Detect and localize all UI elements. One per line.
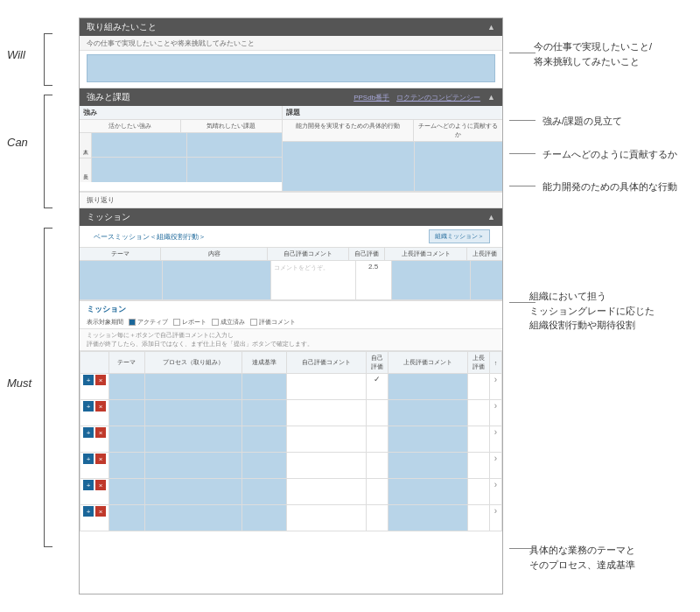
row5-theme[interactable] (109, 479, 145, 505)
row2-arrow[interactable]: › (490, 400, 502, 426)
row1-arrow[interactable]: › (490, 374, 502, 400)
row6-delete-btn[interactable]: × (95, 506, 106, 517)
will-expand-icon[interactable]: ▲ (487, 23, 495, 32)
row2-criteria[interactable] (242, 400, 286, 426)
row6-sup-comment[interactable] (388, 505, 467, 531)
row4-theme[interactable] (109, 453, 145, 479)
row6-theme[interactable] (109, 505, 145, 531)
can-expand-icon[interactable]: ▲ (487, 93, 495, 102)
row4-sup-eval[interactable] (468, 453, 490, 479)
strength-rows: 本人 上長 (80, 133, 282, 182)
bm-self-eval-cell[interactable]: 2.5 (356, 261, 392, 299)
row2-process[interactable] (144, 400, 242, 426)
eval-comment-checkbox[interactable] (250, 319, 257, 326)
action-col[interactable] (283, 142, 415, 191)
base-mission-link[interactable]: ベースミッション＜組織役割行動＞ (87, 230, 213, 243)
row3-self-comment[interactable] (286, 426, 366, 453)
row6-self-eval[interactable] (366, 505, 388, 531)
strength-col-headers: 活かしたい強み 気晴れしたい課題 (80, 120, 282, 133)
row3-process[interactable] (144, 426, 242, 453)
row2-actions: + × (80, 400, 109, 426)
row1-sup-comment[interactable] (388, 374, 467, 400)
mission-expand-icon[interactable]: ▲ (487, 213, 495, 222)
row5-delete-btn[interactable]: × (95, 480, 106, 490)
row3-expand-btn[interactable]: + (83, 427, 94, 438)
challenge-superior[interactable] (187, 158, 282, 182)
row6-arrow[interactable]: › (490, 505, 502, 531)
settled-checkbox[interactable] (212, 319, 219, 326)
can-header: 強みと課題 PPSdb番手 ロクテンのコンピテンシー ▲ (80, 88, 502, 106)
annotation-will: 今の仕事で実現したいこと/ 将来挑戦してみたいこと (534, 39, 691, 68)
row5-sup-comment[interactable] (388, 479, 467, 505)
row5-arrow[interactable]: › (490, 479, 502, 505)
filter-report[interactable]: レポート (173, 318, 206, 327)
active-checkbox[interactable] (129, 319, 136, 326)
row1-self-eval[interactable]: ✓ (366, 374, 388, 400)
row2-self-comment[interactable] (286, 400, 366, 426)
th-process: プロセス（取り組み） (144, 352, 242, 374)
mission-table-section: ミッション 表示対象期間 アクティブ レポート 成立済み (80, 301, 502, 535)
row6-expand-btn[interactable]: + (83, 506, 94, 517)
row3-self-eval[interactable] (366, 426, 388, 453)
row3-arrow[interactable]: › (490, 426, 502, 453)
strength-use-self[interactable] (92, 133, 187, 157)
row2-theme[interactable] (109, 400, 145, 426)
row2-delete-btn[interactable]: × (95, 401, 106, 412)
bm-theme-cell[interactable] (80, 261, 163, 299)
row4-delete-btn[interactable]: × (95, 454, 106, 464)
bm-sup-eval-cell[interactable] (471, 261, 502, 299)
ppsdb-link[interactable]: PPSdb番手 (354, 93, 389, 102)
row5-self-comment[interactable] (286, 479, 366, 505)
edit-mission-btn[interactable]: 組織ミッション＞ (429, 229, 490, 243)
team-col[interactable] (415, 142, 502, 191)
competency-link[interactable]: ロクテンのコンピテンシー (396, 93, 480, 102)
filter-settled[interactable]: 成立済み (212, 318, 245, 327)
row4-self-comment[interactable] (286, 453, 366, 479)
strength-use-superior[interactable] (92, 158, 187, 182)
row5-criteria[interactable] (242, 479, 286, 505)
row4-expand-btn[interactable]: + (83, 454, 94, 464)
base-mission-col-headers: テーマ 内容 自己評価コメント 自己評価 上長評価コメント 上長評価 (80, 247, 502, 261)
row3-delete-btn[interactable]: × (95, 427, 106, 438)
bm-self-comment-cell[interactable]: コメントをどうぞ。 (271, 261, 356, 299)
row2-sup-comment[interactable] (388, 400, 467, 426)
row4-arrow[interactable]: › (490, 453, 502, 479)
row5-process[interactable] (144, 479, 242, 505)
filter-eval-comment[interactable]: 評価コメント (250, 318, 296, 327)
row5-self-eval[interactable] (366, 479, 388, 505)
th-actions (80, 352, 109, 374)
row3-criteria[interactable] (242, 426, 286, 453)
row1-sup-eval[interactable] (468, 374, 490, 400)
row5-expand-btn[interactable]: + (83, 480, 94, 490)
row1-criteria[interactable] (242, 374, 286, 400)
report-checkbox[interactable] (173, 319, 180, 326)
row6-criteria[interactable] (242, 505, 286, 531)
row6-sup-eval[interactable] (468, 505, 490, 531)
row3-theme[interactable] (109, 426, 145, 453)
row4-process[interactable] (144, 453, 242, 479)
challenge-self[interactable] (187, 133, 282, 157)
row6-self-comment[interactable] (286, 505, 366, 531)
row1-expand-btn[interactable]: + (83, 375, 94, 385)
row1-theme[interactable] (109, 374, 145, 400)
row4-criteria[interactable] (242, 453, 286, 479)
row4-self-eval[interactable] (366, 453, 388, 479)
bm-content-cell[interactable] (163, 261, 271, 299)
row2-expand-btn[interactable]: + (83, 401, 94, 412)
row3-sup-eval[interactable] (468, 426, 490, 453)
row5-sup-eval[interactable] (468, 479, 490, 505)
row2-sup-eval[interactable] (468, 400, 490, 426)
filter-active[interactable]: アクティブ (129, 318, 168, 327)
right-annotations: 今の仕事で実現したいこと/ 将来挑戦してみたいこと 強み/課題の見立て チームへ… (516, 0, 700, 612)
will-textarea[interactable] (87, 54, 495, 82)
row2-self-eval[interactable] (366, 400, 388, 426)
bm-sup-comment-cell[interactable] (392, 261, 472, 299)
row4-sup-comment[interactable] (388, 453, 467, 479)
th-criteria: 達成基準 (242, 352, 286, 374)
table-row: + × › (80, 479, 502, 505)
row1-self-comment[interactable] (286, 374, 366, 400)
row1-delete-btn[interactable]: × (95, 375, 106, 385)
row6-process[interactable] (144, 505, 242, 531)
row1-process[interactable] (144, 374, 242, 400)
row3-sup-comment[interactable] (388, 426, 467, 453)
